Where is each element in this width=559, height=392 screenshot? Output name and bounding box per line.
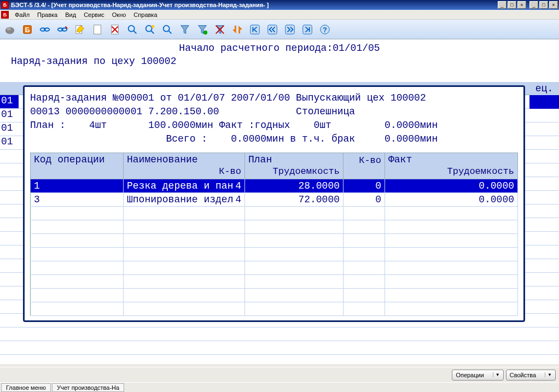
link1-icon[interactable] — [37, 22, 53, 37]
toolbar: Б ? — [0, 20, 559, 39]
table-row[interactable]: 3 Шпонирование издел4 72.0000 0 0.0000 — [31, 193, 518, 207]
table-row[interactable] — [31, 220, 518, 234]
menu-edit[interactable]: Правка — [33, 10, 61, 19]
col-name: НаименованиеК-во — [124, 153, 245, 179]
period-header: Начало расчетного периода:01/01/05 — [0, 39, 559, 54]
help-icon[interactable]: ? — [317, 22, 333, 37]
status-main-menu[interactable]: Главное меню — [1, 383, 51, 392]
filter-icon[interactable] — [177, 22, 193, 37]
bg-row-num[interactable]: 01 — [0, 136, 19, 149]
dialog-line1: Наряд-задания №000001 от 01/01/07 2007/0… — [30, 91, 518, 105]
menu-service[interactable]: Сервис — [80, 10, 108, 19]
menu-help[interactable]: Справка — [130, 10, 161, 19]
delete-icon[interactable] — [107, 22, 123, 37]
dialog-line3: План : 4шт 100.0000мин Факт :годных 0шт … — [30, 119, 518, 132]
table-row[interactable] — [31, 289, 518, 302]
maximize-inner-button[interactable]: □ — [508, 1, 516, 9]
dialog-line4: Всего : 0.0000мин в т.ч. брак 0.0000мин — [30, 132, 518, 146]
maximize-button[interactable]: □ — [539, 1, 548, 9]
col-code: Код операции — [31, 153, 124, 179]
link2-icon[interactable] — [55, 22, 70, 37]
table-row[interactable] — [31, 302, 518, 316]
col-plan: ПланТрудоемкость — [245, 153, 343, 179]
svg-point-12 — [146, 25, 152, 31]
menu-file[interactable]: Файл — [11, 10, 33, 19]
next-icon[interactable] — [282, 22, 298, 37]
menu-bar: Б Файл Правка Вид Сервис Окно Справка — [0, 10, 559, 20]
app-menu-icon: Б — [1, 11, 9, 19]
svg-rect-19 — [303, 25, 312, 34]
first-icon[interactable] — [247, 22, 263, 37]
status-module[interactable]: Учет производства-На — [52, 383, 124, 392]
table-row[interactable] — [31, 261, 518, 275]
swap-icon[interactable] — [230, 22, 245, 37]
svg-point-1 — [7, 27, 11, 31]
filter-off-icon[interactable] — [212, 22, 228, 37]
last-icon[interactable] — [300, 22, 315, 37]
status-bar: Главное меню Учет производства-На — [0, 382, 559, 392]
svg-point-11 — [129, 25, 135, 31]
cex-header: Наряд-задания по цеху 100002 — [0, 54, 559, 67]
search-icon[interactable] — [125, 22, 140, 37]
table-row[interactable] — [31, 207, 518, 220]
bg-row-num[interactable]: 01 — [0, 109, 19, 122]
properties-button[interactable]: Свойства▼ — [506, 370, 556, 381]
edit-icon[interactable] — [72, 22, 88, 37]
menu-view[interactable]: Вид — [61, 10, 80, 19]
content-area: Начало расчетного периода:01/01/05 Наряд… — [0, 39, 559, 364]
col-fact: ФактТрудоемкость — [385, 153, 518, 179]
table-row[interactable] — [31, 248, 518, 261]
minimize-button[interactable]: _ — [529, 1, 538, 9]
svg-point-13 — [152, 25, 155, 28]
search3-icon[interactable] — [160, 22, 175, 37]
db-icon[interactable]: Б — [20, 22, 35, 37]
col-plan-qty: К-во — [343, 153, 385, 179]
close-inner-button[interactable]: × — [517, 1, 526, 9]
close-button[interactable]: × — [549, 1, 558, 9]
prev-icon[interactable] — [265, 22, 280, 37]
rock-icon[interactable] — [2, 22, 18, 37]
bg-row-num[interactable]: 01 — [0, 122, 19, 136]
operations-table: Код операции НаименованиеК-во ПланТрудое… — [30, 153, 518, 316]
svg-point-15 — [203, 30, 207, 34]
table-row[interactable] — [31, 275, 518, 289]
window-title: БЭСТ-5 /3.4/ - [Учет производства-Наряд-… — [11, 2, 497, 8]
svg-rect-9 — [94, 25, 101, 34]
new-icon[interactable] — [90, 22, 105, 37]
search2-icon[interactable] — [142, 22, 158, 37]
svg-rect-16 — [251, 25, 260, 34]
table-row[interactable] — [31, 234, 518, 248]
filter2-icon[interactable] — [195, 22, 210, 37]
operations-button[interactable]: Операции▼ — [452, 370, 503, 381]
bg-right-header: ец. — [529, 82, 559, 95]
bg-row-num[interactable]: 01 — [0, 95, 19, 108]
svg-text:?: ? — [323, 25, 327, 33]
title-bar: Б БЭСТ-5 /3.4/ - [Учет производства-Наря… — [0, 0, 559, 10]
svg-point-14 — [164, 25, 170, 31]
menu-window[interactable]: Окно — [108, 10, 130, 19]
dialog-line2: 00013 0000000000001 7.200.150.00 Столешн… — [30, 105, 518, 119]
bottom-bar: Операции▼ Свойства▼ — [0, 367, 559, 382]
svg-text:Б: Б — [25, 25, 30, 33]
minimize-inner-button[interactable]: _ — [498, 1, 506, 9]
order-dialog: Наряд-задания №000001 от 01/01/07 2007/0… — [23, 85, 525, 322]
table-row[interactable]: 1 Резка дерева и пан4 28.0000 0 0.0000 — [31, 179, 518, 193]
app-icon: Б — [1, 1, 9, 9]
